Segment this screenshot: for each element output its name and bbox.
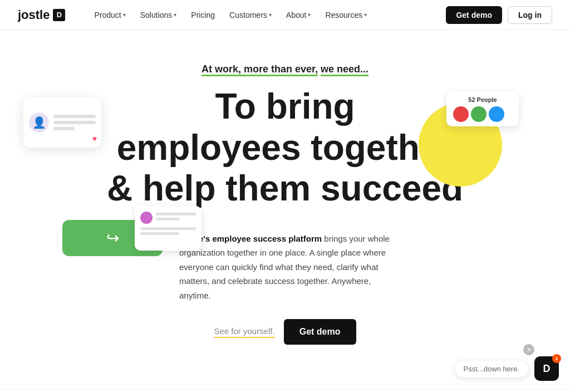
get-demo-nav-button[interactable]: Get demo: [446, 6, 502, 24]
arrow-icon: ↪: [106, 229, 119, 247]
nav-actions: Get demo Log in: [446, 6, 552, 24]
people-card: 52 People: [446, 92, 519, 126]
chat-icon-button[interactable]: D 1: [534, 356, 559, 381]
chat-popup: Psst...down here. D 1: [454, 356, 559, 381]
circle-blue: [489, 106, 504, 122]
nav-item-about[interactable]: About ▾: [279, 7, 318, 23]
login-button[interactable]: Log in: [508, 6, 552, 24]
chat-close-button[interactable]: ✕: [523, 344, 534, 355]
chevron-down-icon: ▾: [174, 12, 176, 18]
people-card-area: 52 People: [419, 92, 519, 192]
chevron-down-icon: ▾: [123, 12, 126, 18]
people-count: 52 People: [453, 96, 512, 103]
hero-description: Jostle's employee success platform bring…: [179, 232, 391, 303]
hero-tagline: At work, more than ever, we need...: [18, 63, 552, 75]
social-proof-section: Join the 1000+ companies that we've help…: [0, 389, 570, 392]
chevron-down-icon: ▾: [269, 12, 272, 18]
chat-badge: 1: [552, 354, 561, 363]
hero-section: At work, more than ever, we need... 👤 ♥ …: [0, 30, 570, 367]
logo-text: jostle: [18, 8, 50, 22]
hero-main: 👤 ♥ 52 People To bring: [18, 86, 552, 209]
hero-cta: See for yourself. Get demo: [18, 319, 552, 345]
nav-item-solutions[interactable]: Solutions ▾: [134, 7, 184, 23]
chat-bubble-text: Psst...down here.: [454, 360, 529, 378]
profile-card: 👤 ♥: [23, 97, 101, 148]
logo-icon: [53, 9, 65, 21]
get-demo-hero-button[interactable]: Get demo: [284, 319, 356, 345]
nav-item-product[interactable]: Product ▾: [87, 7, 132, 23]
nav-item-customers[interactable]: Customers ▾: [223, 7, 278, 23]
circle-green: [471, 106, 487, 122]
avatar-icon: 👤: [29, 112, 49, 133]
small-card: [135, 206, 202, 251]
circle-red: [453, 106, 469, 122]
chevron-down-icon: ▾: [364, 12, 367, 18]
see-for-yourself-link[interactable]: See for yourself.: [214, 326, 274, 338]
nav-links: Product ▾ Solutions ▾ Pricing Customers …: [87, 7, 446, 23]
nav-item-resources[interactable]: Resources ▾: [318, 7, 374, 23]
navbar: jostle Product ▾ Solutions ▾ Pricing Cus…: [0, 0, 570, 30]
small-card-icon: [140, 212, 153, 224]
nav-item-pricing[interactable]: Pricing: [184, 7, 222, 23]
heart-icon: ♥: [92, 134, 97, 143]
chevron-down-icon: ▾: [308, 12, 311, 18]
logo[interactable]: jostle: [18, 8, 65, 22]
hero-tagline-highlight: we need...: [321, 63, 368, 75]
